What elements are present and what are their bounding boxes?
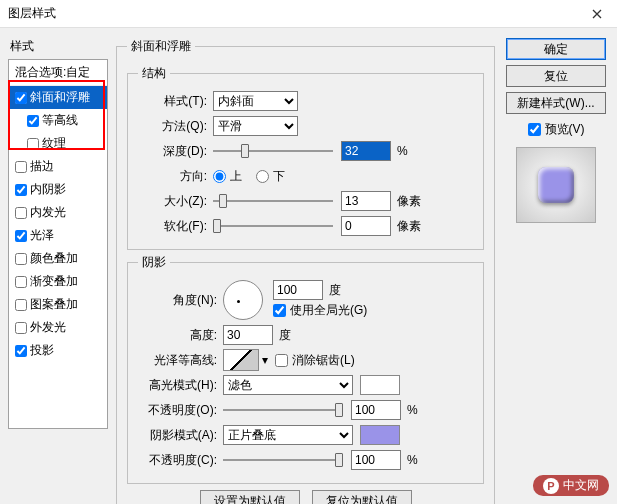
unit: % bbox=[407, 453, 418, 467]
shadow-color[interactable] bbox=[360, 425, 400, 445]
angle-input[interactable] bbox=[273, 280, 323, 300]
shading-group: 阴影 角度(N): 度 使用全局光(G) 高度:度 光泽等高线: ▾ 消除锯齿(… bbox=[127, 254, 484, 484]
style-item-inner-shadow[interactable]: 内阴影 bbox=[9, 178, 107, 201]
size-input[interactable] bbox=[341, 191, 391, 211]
style-item-texture[interactable]: 纹理 bbox=[9, 132, 107, 155]
soften-label: 软化(F): bbox=[138, 218, 213, 235]
unit: 度 bbox=[279, 327, 291, 344]
ok-button[interactable]: 确定 bbox=[506, 38, 606, 60]
style-item-satin[interactable]: 光泽 bbox=[9, 224, 107, 247]
contour-picker[interactable] bbox=[223, 349, 259, 371]
shadow-mode-label: 阴影模式(A): bbox=[138, 427, 223, 444]
style-checkbox[interactable] bbox=[15, 322, 27, 334]
structure-group: 结构 样式(T):内斜面 方法(Q):平滑 深度(D):% 方向:上下 大小(Z… bbox=[127, 65, 484, 250]
style-item-contour[interactable]: 等高线 bbox=[9, 109, 107, 132]
soften-slider[interactable] bbox=[213, 219, 333, 233]
bevel-group: 斜面和浮雕 结构 样式(T):内斜面 方法(Q):平滑 深度(D):% 方向:上… bbox=[116, 38, 495, 504]
preview-thumbnail bbox=[516, 147, 596, 223]
style-checkbox[interactable] bbox=[15, 230, 27, 242]
antialias-checkbox[interactable]: 消除锯齿(L) bbox=[275, 352, 355, 369]
shadow-opacity-slider[interactable] bbox=[223, 453, 343, 467]
structure-legend: 结构 bbox=[138, 65, 170, 82]
shadow-opacity-label: 不透明度(C): bbox=[138, 452, 223, 469]
shadow-mode-select[interactable]: 正片叠底 bbox=[223, 425, 353, 445]
new-style-button[interactable]: 新建样式(W)... bbox=[506, 92, 606, 114]
styles-label: 样式 bbox=[8, 38, 108, 55]
style-list: 混合选项:自定 斜面和浮雕 等高线 纹理 描边 内阴影 内发光 光泽 颜色叠加 … bbox=[8, 59, 108, 429]
highlight-opacity-label: 不透明度(O): bbox=[138, 402, 223, 419]
direction-label: 方向: bbox=[138, 168, 213, 185]
bevel-method-select[interactable]: 平滑 bbox=[213, 116, 298, 136]
dir-down-radio[interactable]: 下 bbox=[256, 168, 285, 185]
watermark: P中文网 bbox=[533, 475, 609, 496]
unit: 像素 bbox=[397, 218, 421, 235]
style-item-pattern-overlay[interactable]: 图案叠加 bbox=[9, 293, 107, 316]
method-label: 方法(Q): bbox=[138, 118, 213, 135]
style-item-bevel[interactable]: 斜面和浮雕 bbox=[9, 86, 107, 109]
reset-default-button[interactable]: 复位为默认值 bbox=[312, 490, 412, 504]
global-light-checkbox[interactable]: 使用全局光(G) bbox=[273, 302, 367, 319]
highlight-color[interactable] bbox=[360, 375, 400, 395]
style-checkbox[interactable] bbox=[15, 184, 27, 196]
style-item-stroke[interactable]: 描边 bbox=[9, 155, 107, 178]
style-item-color-overlay[interactable]: 颜色叠加 bbox=[9, 247, 107, 270]
bevel-style-select[interactable]: 内斜面 bbox=[213, 91, 298, 111]
style-checkbox[interactable] bbox=[27, 115, 39, 127]
style-item-gradient-overlay[interactable]: 渐变叠加 bbox=[9, 270, 107, 293]
blend-options-item[interactable]: 混合选项:自定 bbox=[9, 60, 107, 86]
chevron-down-icon[interactable]: ▾ bbox=[262, 353, 268, 367]
style-checkbox[interactable] bbox=[15, 161, 27, 173]
shading-legend: 阴影 bbox=[138, 254, 170, 271]
window-title: 图层样式 bbox=[8, 5, 577, 22]
style-checkbox[interactable] bbox=[15, 345, 27, 357]
style-checkbox[interactable] bbox=[27, 138, 39, 150]
altitude-input[interactable] bbox=[223, 325, 273, 345]
style-checkbox[interactable] bbox=[15, 207, 27, 219]
depth-slider[interactable] bbox=[213, 144, 333, 158]
angle-label: 角度(N): bbox=[138, 292, 223, 309]
shadow-opacity-input[interactable] bbox=[351, 450, 401, 470]
angle-wheel[interactable] bbox=[223, 280, 263, 320]
unit: % bbox=[407, 403, 418, 417]
style-checkbox[interactable] bbox=[15, 276, 27, 288]
close-icon bbox=[592, 9, 602, 19]
unit: 像素 bbox=[397, 193, 421, 210]
style-item-outer-glow[interactable]: 外发光 bbox=[9, 316, 107, 339]
style-checkbox[interactable] bbox=[15, 299, 27, 311]
style-label: 样式(T): bbox=[138, 93, 213, 110]
unit: % bbox=[397, 144, 408, 158]
depth-input[interactable] bbox=[341, 141, 391, 161]
set-default-button[interactable]: 设置为默认值 bbox=[200, 490, 300, 504]
highlight-opacity-input[interactable] bbox=[351, 400, 401, 420]
close-button[interactable] bbox=[577, 0, 617, 28]
size-label: 大小(Z): bbox=[138, 193, 213, 210]
unit: 度 bbox=[329, 282, 341, 299]
highlight-mode-label: 高光模式(H): bbox=[138, 377, 223, 394]
dir-up-radio[interactable]: 上 bbox=[213, 168, 242, 185]
highlight-opacity-slider[interactable] bbox=[223, 403, 343, 417]
cancel-button[interactable]: 复位 bbox=[506, 65, 606, 87]
size-slider[interactable] bbox=[213, 194, 333, 208]
style-item-inner-glow[interactable]: 内发光 bbox=[9, 201, 107, 224]
bevel-legend: 斜面和浮雕 bbox=[127, 38, 195, 55]
depth-label: 深度(D): bbox=[138, 143, 213, 160]
soften-input[interactable] bbox=[341, 216, 391, 236]
highlight-mode-select[interactable]: 滤色 bbox=[223, 375, 353, 395]
style-checkbox[interactable] bbox=[15, 92, 27, 104]
style-item-drop-shadow[interactable]: 投影 bbox=[9, 339, 107, 362]
altitude-label: 高度: bbox=[138, 327, 223, 344]
preview-checkbox[interactable]: 预览(V) bbox=[528, 121, 585, 138]
gloss-contour-label: 光泽等高线: bbox=[138, 352, 223, 369]
style-checkbox[interactable] bbox=[15, 253, 27, 265]
